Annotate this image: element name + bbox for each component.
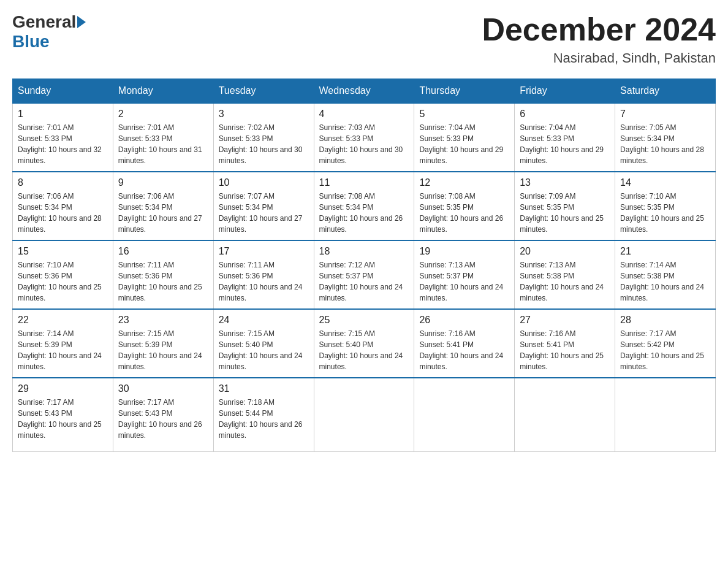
day-info: Sunrise: 7:01 AMSunset: 5:33 PMDaylight:…: [118, 122, 208, 166]
day-number: 10: [219, 177, 309, 188]
calendar-week-row: 22Sunrise: 7:14 AMSunset: 5:39 PMDayligh…: [13, 309, 716, 378]
day-number: 26: [419, 315, 509, 326]
day-info: Sunrise: 7:04 AMSunset: 5:33 PMDaylight:…: [419, 122, 509, 166]
table-row: 28Sunrise: 7:17 AMSunset: 5:42 PMDayligh…: [615, 309, 716, 378]
table-row: 9Sunrise: 7:06 AMSunset: 5:34 PMDaylight…: [113, 172, 213, 240]
day-number: 3: [219, 109, 309, 120]
day-number: 8: [18, 177, 108, 188]
table-row: 2Sunrise: 7:01 AMSunset: 5:33 PMDaylight…: [113, 103, 213, 172]
day-info: Sunrise: 7:13 AMSunset: 5:38 PMDaylight:…: [520, 259, 610, 304]
table-row: [414, 378, 515, 451]
day-info: Sunrise: 7:05 AMSunset: 5:34 PMDaylight:…: [620, 122, 710, 166]
day-info: Sunrise: 7:15 AMSunset: 5:39 PMDaylight:…: [118, 328, 208, 372]
header-thursday: Thursday: [414, 79, 515, 104]
table-row: 16Sunrise: 7:11 AMSunset: 5:36 PMDayligh…: [113, 240, 213, 309]
table-row: 26Sunrise: 7:16 AMSunset: 5:41 PMDayligh…: [414, 309, 515, 378]
table-row: 17Sunrise: 7:11 AMSunset: 5:36 PMDayligh…: [213, 240, 314, 309]
day-number: 16: [118, 246, 208, 257]
day-number: 5: [419, 109, 509, 120]
day-number: 28: [620, 315, 710, 326]
day-number: 11: [319, 177, 409, 188]
day-number: 27: [520, 315, 610, 326]
calendar-week-row: 29Sunrise: 7:17 AMSunset: 5:43 PMDayligh…: [13, 378, 716, 451]
table-row: 25Sunrise: 7:15 AMSunset: 5:40 PMDayligh…: [314, 309, 414, 378]
day-number: 24: [219, 315, 309, 326]
day-number: 13: [520, 177, 610, 188]
table-row: 6Sunrise: 7:04 AMSunset: 5:33 PMDaylight…: [515, 103, 615, 172]
day-info: Sunrise: 7:16 AMSunset: 5:41 PMDaylight:…: [520, 328, 610, 372]
day-info: Sunrise: 7:16 AMSunset: 5:41 PMDaylight:…: [419, 328, 509, 372]
day-number: 30: [118, 383, 208, 394]
day-info: Sunrise: 7:06 AMSunset: 5:34 PMDaylight:…: [118, 191, 208, 235]
day-number: 1: [18, 109, 108, 120]
day-info: Sunrise: 7:17 AMSunset: 5:43 PMDaylight:…: [18, 397, 108, 441]
table-row: 31Sunrise: 7:18 AMSunset: 5:44 PMDayligh…: [213, 378, 314, 451]
table-row: 29Sunrise: 7:17 AMSunset: 5:43 PMDayligh…: [13, 378, 113, 451]
header-saturday: Saturday: [615, 79, 716, 104]
day-info: Sunrise: 7:14 AMSunset: 5:38 PMDaylight:…: [620, 259, 710, 304]
day-number: 23: [118, 315, 208, 326]
table-row: 12Sunrise: 7:08 AMSunset: 5:35 PMDayligh…: [414, 172, 515, 240]
calendar-table: Sunday Monday Tuesday Wednesday Thursday…: [12, 79, 716, 452]
table-row: 14Sunrise: 7:10 AMSunset: 5:35 PMDayligh…: [615, 172, 716, 240]
table-row: 24Sunrise: 7:15 AMSunset: 5:40 PMDayligh…: [213, 309, 314, 378]
day-info: Sunrise: 7:03 AMSunset: 5:33 PMDaylight:…: [319, 122, 409, 166]
day-info: Sunrise: 7:07 AMSunset: 5:34 PMDaylight:…: [219, 191, 309, 235]
day-number: 21: [620, 246, 710, 257]
table-row: 23Sunrise: 7:15 AMSunset: 5:39 PMDayligh…: [113, 309, 213, 378]
table-row: 27Sunrise: 7:16 AMSunset: 5:41 PMDayligh…: [515, 309, 615, 378]
table-row: 21Sunrise: 7:14 AMSunset: 5:38 PMDayligh…: [615, 240, 716, 309]
day-info: Sunrise: 7:13 AMSunset: 5:37 PMDaylight:…: [419, 259, 509, 304]
day-number: 17: [219, 246, 309, 257]
day-number: 19: [419, 246, 509, 257]
header-monday: Monday: [113, 79, 213, 104]
day-number: 2: [118, 109, 208, 120]
day-number: 6: [520, 109, 610, 120]
table-row: 7Sunrise: 7:05 AMSunset: 5:34 PMDaylight…: [615, 103, 716, 172]
day-number: 22: [18, 315, 108, 326]
table-row: 13Sunrise: 7:09 AMSunset: 5:35 PMDayligh…: [515, 172, 615, 240]
day-info: Sunrise: 7:11 AMSunset: 5:36 PMDaylight:…: [118, 259, 208, 304]
calendar-week-row: 8Sunrise: 7:06 AMSunset: 5:34 PMDaylight…: [13, 172, 716, 240]
day-info: Sunrise: 7:15 AMSunset: 5:40 PMDaylight:…: [219, 328, 309, 372]
day-info: Sunrise: 7:15 AMSunset: 5:40 PMDaylight:…: [319, 328, 409, 372]
calendar-week-row: 1Sunrise: 7:01 AMSunset: 5:33 PMDaylight…: [13, 103, 716, 172]
day-number: 4: [319, 109, 409, 120]
day-number: 25: [319, 315, 409, 326]
header-wednesday: Wednesday: [314, 79, 414, 104]
day-number: 31: [219, 383, 309, 394]
table-row: 30Sunrise: 7:17 AMSunset: 5:43 PMDayligh…: [113, 378, 213, 451]
table-row: 15Sunrise: 7:10 AMSunset: 5:36 PMDayligh…: [13, 240, 113, 309]
table-row: 20Sunrise: 7:13 AMSunset: 5:38 PMDayligh…: [515, 240, 615, 309]
calendar-week-row: 15Sunrise: 7:10 AMSunset: 5:36 PMDayligh…: [13, 240, 716, 309]
table-row: [314, 378, 414, 451]
day-info: Sunrise: 7:17 AMSunset: 5:42 PMDaylight:…: [620, 328, 710, 372]
table-row: 3Sunrise: 7:02 AMSunset: 5:33 PMDaylight…: [213, 103, 314, 172]
day-number: 15: [18, 246, 108, 257]
day-number: 29: [18, 383, 108, 394]
day-number: 18: [319, 246, 409, 257]
day-info: Sunrise: 7:18 AMSunset: 5:44 PMDaylight:…: [219, 397, 309, 441]
month-title: December 2024: [482, 12, 716, 47]
header-sunday: Sunday: [13, 79, 113, 104]
table-row: 10Sunrise: 7:07 AMSunset: 5:34 PMDayligh…: [213, 172, 314, 240]
table-row: 1Sunrise: 7:01 AMSunset: 5:33 PMDaylight…: [13, 103, 113, 172]
day-number: 12: [419, 177, 509, 188]
day-info: Sunrise: 7:04 AMSunset: 5:33 PMDaylight:…: [520, 122, 610, 166]
day-info: Sunrise: 7:10 AMSunset: 5:35 PMDaylight:…: [620, 191, 710, 235]
day-info: Sunrise: 7:17 AMSunset: 5:43 PMDaylight:…: [118, 397, 208, 441]
day-info: Sunrise: 7:08 AMSunset: 5:35 PMDaylight:…: [419, 191, 509, 235]
day-info: Sunrise: 7:10 AMSunset: 5:36 PMDaylight:…: [18, 259, 108, 304]
logo-arrow-icon: [77, 16, 86, 28]
day-number: 14: [620, 177, 710, 188]
logo-text: General: [12, 12, 87, 32]
day-info: Sunrise: 7:09 AMSunset: 5:35 PMDaylight:…: [520, 191, 610, 235]
table-row: [515, 378, 615, 451]
title-area: December 2024 Nasirabad, Sindh, Pakistan: [482, 12, 716, 66]
page-header: General Blue December 2024 Nasirabad, Si…: [12, 12, 716, 66]
table-row: 4Sunrise: 7:03 AMSunset: 5:33 PMDaylight…: [314, 103, 414, 172]
day-info: Sunrise: 7:06 AMSunset: 5:34 PMDaylight:…: [18, 191, 108, 235]
day-info: Sunrise: 7:01 AMSunset: 5:33 PMDaylight:…: [18, 122, 108, 166]
day-info: Sunrise: 7:02 AMSunset: 5:33 PMDaylight:…: [219, 122, 309, 166]
table-row: 18Sunrise: 7:12 AMSunset: 5:37 PMDayligh…: [314, 240, 414, 309]
